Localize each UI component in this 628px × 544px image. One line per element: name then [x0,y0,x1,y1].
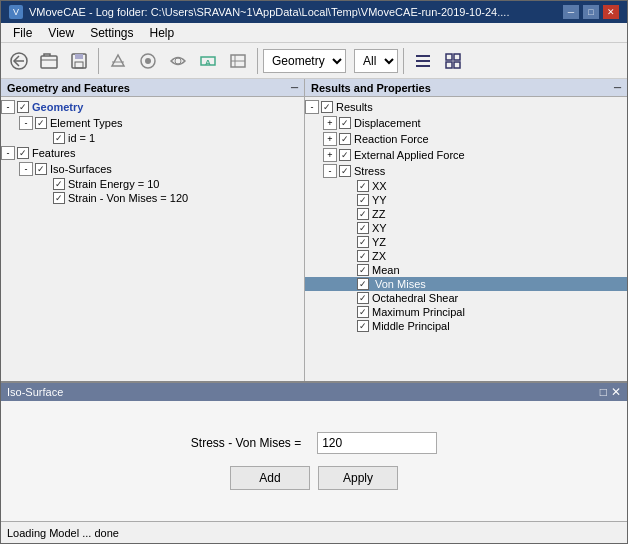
status-bar: Loading Model ... done [1,521,627,543]
tree-item-zz[interactable]: ZZ [305,207,627,221]
right-panel-body: -Results+Displacement+Reaction Force+Ext… [305,97,627,381]
toolbar-grid-button[interactable] [439,47,467,75]
tree-label-displacement: Displacement [354,117,421,129]
checkbox-yz[interactable] [357,236,369,248]
iso-value-input[interactable] [317,432,437,454]
checkbox-displacement[interactable] [339,117,351,129]
tree-item-von-mises[interactable]: Von Mises [305,277,627,291]
toolbar-btn4[interactable] [104,47,132,75]
toolbar-btn8[interactable] [224,47,252,75]
tree-item-xy[interactable]: XY [305,221,627,235]
tree-item-id1[interactable]: id = 1 [1,131,304,145]
checkbox-iso-surfaces[interactable] [35,163,47,175]
bottom-panel-header: Iso-Surface □ ✕ [1,383,627,401]
tree-item-iso-surfaces[interactable]: -Iso-Surfaces [1,161,304,177]
checkbox-yy[interactable] [357,194,369,206]
tree-label-von-mises: Von Mises [372,278,429,290]
bottom-panel-body: Stress - Von Mises = Add Apply [1,401,627,521]
menu-file[interactable]: File [5,24,40,42]
tree-label-octahedral-shear: Octahedral Shear [372,292,458,304]
toolbar-save-button[interactable] [65,47,93,75]
left-panel-collapse-icon[interactable]: ─ [291,82,298,93]
tree-label-results: Results [336,101,373,113]
tree-item-mean[interactable]: Mean [305,263,627,277]
checkbox-reaction-force[interactable] [339,133,351,145]
menu-settings[interactable]: Settings [82,24,141,42]
checkbox-geometry[interactable] [17,101,29,113]
checkbox-results[interactable] [321,101,333,113]
tree-item-features[interactable]: -Features [1,145,304,161]
checkbox-xy[interactable] [357,222,369,234]
tree-item-yz[interactable]: YZ [305,235,627,249]
expand-btn-features[interactable]: - [1,146,15,160]
checkbox-mean[interactable] [357,264,369,276]
toolbar-btn5[interactable] [134,47,162,75]
checkbox-middle-principal[interactable] [357,320,369,332]
bottom-panel-title: Iso-Surface [7,386,63,398]
tree-label-id1: id = 1 [68,132,95,144]
tree-item-middle-principal[interactable]: Middle Principal [305,319,627,333]
apply-button[interactable]: Apply [318,466,398,490]
tree-item-displacement[interactable]: +Displacement [305,115,627,131]
checkbox-external-applied-force[interactable] [339,149,351,161]
toolbar-sep-1 [98,48,99,74]
checkbox-features[interactable] [17,147,29,159]
tree-item-results[interactable]: -Results [305,99,627,115]
checkbox-id1[interactable] [53,132,65,144]
checkbox-stress[interactable] [339,165,351,177]
expand-btn-external-applied-force[interactable]: + [323,148,337,162]
expand-btn-reaction-force[interactable]: + [323,132,337,146]
tree-item-octahedral-shear[interactable]: Octahedral Shear [305,291,627,305]
right-panel-collapse-icon[interactable]: ─ [614,82,621,93]
tree-item-reaction-force[interactable]: +Reaction Force [305,131,627,147]
toolbar-back-button[interactable] [5,47,33,75]
checkbox-xx[interactable] [357,180,369,192]
tree-label-xx: XX [372,180,387,192]
tree-item-stress[interactable]: -Stress [305,163,627,179]
tree-label-features: Features [32,147,75,159]
menu-view[interactable]: View [40,24,82,42]
checkbox-zx[interactable] [357,250,369,262]
checkbox-maximum-principal[interactable] [357,306,369,318]
maximize-button[interactable]: □ [583,5,599,19]
tree-item-strain-energy[interactable]: Strain Energy = 10 [1,177,304,191]
menu-help[interactable]: Help [142,24,183,42]
bottom-panel-close-btn[interactable]: ✕ [611,385,621,399]
expand-btn-stress[interactable]: - [323,164,337,178]
geometry-dropdown[interactable]: Geometry [263,49,346,73]
tree-item-maximum-principal[interactable]: Maximum Principal [305,305,627,319]
checkbox-octahedral-shear[interactable] [357,292,369,304]
tree-item-strain-von-mises[interactable]: Strain - Von Mises = 120 [1,191,304,205]
checkbox-strain-energy[interactable] [53,178,65,190]
minimize-button[interactable]: ─ [563,5,579,19]
left-panel-header: Geometry and Features ─ [1,79,304,97]
checkbox-strain-von-mises[interactable] [53,192,65,204]
svg-rect-1 [41,56,57,68]
tree-item-xx[interactable]: XX [305,179,627,193]
expand-btn-element-types[interactable]: - [19,116,33,130]
checkbox-zz[interactable] [357,208,369,220]
bottom-panel-collapse-btn[interactable]: □ [600,385,607,399]
close-button[interactable]: ✕ [603,5,619,19]
add-button[interactable]: Add [230,466,310,490]
tree-item-yy[interactable]: YY [305,193,627,207]
tree-label-strain-von-mises: Strain - Von Mises = 120 [68,192,188,204]
checkbox-von-mises[interactable] [357,278,369,290]
tree-item-external-applied-force[interactable]: +External Applied Force [305,147,627,163]
expand-btn-iso-surfaces[interactable]: - [19,162,33,176]
toolbar-btn6[interactable] [164,47,192,75]
left-panel-title: Geometry and Features [7,82,130,94]
toolbar-open-button[interactable] [35,47,63,75]
tree-item-element-types[interactable]: -Element Types [1,115,304,131]
expand-btn-displacement[interactable]: + [323,116,337,130]
all-dropdown[interactable]: All [354,49,398,73]
checkbox-element-types[interactable] [35,117,47,129]
toolbar-lines-button[interactable] [409,47,437,75]
tree-item-geometry[interactable]: -Geometry [1,99,304,115]
expand-btn-geometry[interactable]: - [1,100,15,114]
tree-item-zx[interactable]: ZX [305,249,627,263]
toolbar: A Geometry All [1,43,627,79]
toolbar-sep-3 [403,48,404,74]
expand-btn-results[interactable]: - [305,100,319,114]
toolbar-btn7[interactable]: A [194,47,222,75]
